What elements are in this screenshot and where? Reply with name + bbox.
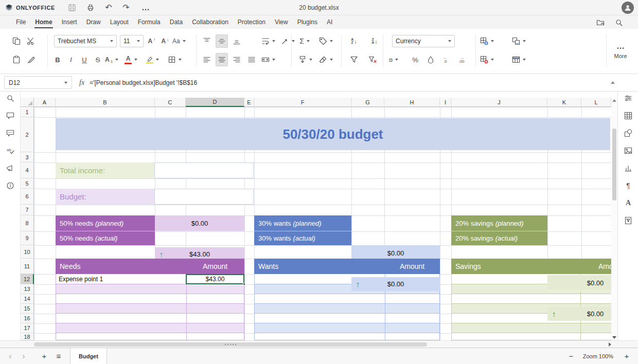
row-header-8[interactable]: 8 — [21, 215, 34, 231]
zoom-out-button[interactable]: − — [565, 348, 577, 364]
insert-cells-button[interactable] — [480, 34, 494, 48]
delete-cells-button[interactable] — [480, 53, 494, 66]
scroll-down-arrow[interactable] — [612, 336, 616, 339]
subscript-superscript-button[interactable]: A1 — [105, 53, 118, 66]
conditional-formatting-button[interactable] — [512, 34, 526, 48]
italic-button[interactable]: I — [65, 53, 77, 66]
menu-tab-protection[interactable]: Protection — [233, 15, 270, 29]
savings-planned-value-cell[interactable]: $0.00 — [547, 275, 611, 291]
row-header-6[interactable]: 6 — [21, 189, 34, 205]
clear-button[interactable] — [319, 53, 333, 66]
menu-tab-plugins[interactable]: Plugins — [293, 15, 322, 29]
redo-button[interactable]: ↷ — [120, 2, 132, 14]
column-header-f[interactable]: F — [254, 98, 351, 107]
total-income-value-cell[interactable] — [154, 162, 254, 178]
column-header-c[interactable]: C — [155, 98, 186, 107]
selected-cell-d12[interactable]: $43.00 — [186, 274, 244, 284]
copy-style-button[interactable] — [25, 53, 37, 66]
increase-font-size-button[interactable]: A↑ — [146, 34, 158, 48]
zoom-level[interactable]: Zoom 100% — [583, 348, 613, 364]
bold-button[interactable]: B — [51, 53, 64, 66]
needs-amount-header[interactable]: Amount — [186, 259, 244, 274]
budget-value-cell[interactable] — [154, 189, 254, 205]
menu-tab-draw[interactable]: Draw — [82, 15, 105, 29]
row-header-7[interactable]: 7 — [21, 205, 34, 215]
wrap-text-button[interactable] — [261, 34, 275, 48]
menu-tab-home[interactable]: Home — [30, 15, 57, 29]
savings-actual-label-cell[interactable]: 20% savings(actual) — [451, 231, 547, 245]
select-all-button[interactable] — [21, 98, 34, 107]
column-header-k[interactable]: K — [547, 98, 581, 107]
accounting-style-button[interactable]: ¤ — [387, 53, 400, 66]
percent-style-button[interactable]: % — [409, 53, 421, 66]
chart-settings-button[interactable] — [623, 162, 634, 174]
align-center-button[interactable] — [216, 53, 228, 66]
column-header-j[interactable]: J — [451, 98, 547, 107]
wants-table-header[interactable]: Wants — [254, 259, 384, 274]
open-file-location-button[interactable] — [595, 17, 606, 28]
savings-table-header[interactable]: Savings — [451, 259, 580, 274]
highlight-color-button[interactable] — [146, 53, 159, 66]
sheet-tab-budget[interactable]: Budget — [70, 348, 107, 364]
wants-table-row-16[interactable] — [254, 314, 440, 323]
wants-table-row-18[interactable] — [254, 333, 440, 340]
vertical-scrollbar-thumb[interactable] — [612, 129, 616, 201]
row-header-2[interactable]: 2 — [21, 117, 34, 152]
column-header-e[interactable]: E — [244, 98, 254, 107]
clear-filter-button[interactable] — [366, 53, 379, 66]
row-header-14[interactable]: 14 — [21, 294, 34, 304]
menu-tab-data[interactable]: Data — [165, 15, 187, 29]
chat-button[interactable] — [5, 128, 16, 139]
format-as-table-button[interactable] — [512, 53, 526, 66]
menu-tab-file[interactable]: File — [11, 15, 30, 29]
row-header-4[interactable]: 4 — [21, 162, 34, 178]
column-header-d[interactable]: D — [186, 98, 244, 107]
savings-table-row-14[interactable] — [451, 294, 611, 304]
column-header-l[interactable]: L — [581, 98, 611, 107]
menu-tab-insert[interactable]: Insert — [57, 15, 82, 29]
previous-sheet-button[interactable]: ‹ — [4, 348, 16, 364]
column-header-i[interactable]: I — [440, 98, 451, 107]
font-name-select[interactable]: Trebuchet MS — [54, 35, 117, 47]
sort-descending-button[interactable]: ZA↓ — [368, 34, 381, 48]
sheet-list-button[interactable]: ≡ — [52, 348, 65, 364]
cut-button[interactable] — [25, 34, 37, 48]
sheet-canvas[interactable]: 50/30/20 budget Total income: Budget: 50… — [34, 107, 611, 340]
spellcheck-button[interactable]: ab — [5, 145, 16, 156]
text-art-settings-button[interactable]: A — [623, 197, 634, 209]
scroll-right-arrow[interactable] — [609, 342, 611, 347]
row-header-3[interactable]: 3 — [21, 152, 34, 162]
total-income-label-cell[interactable]: Total income: — [56, 162, 154, 178]
toolbar-more-button[interactable]: … More — [609, 34, 632, 66]
autosum-button[interactable]: Σ — [298, 34, 311, 48]
comma-style-button[interactable] — [424, 53, 437, 66]
text-orientation-button[interactable] — [281, 34, 295, 48]
search-button[interactable] — [5, 93, 16, 104]
sheet-title-cell[interactable]: 50/30/20 budget — [56, 118, 610, 150]
row-header-18[interactable]: 18 — [21, 333, 34, 340]
table-settings-button[interactable] — [623, 110, 634, 121]
paragraph-settings-button[interactable]: ¶ — [623, 180, 634, 191]
row-header-9[interactable]: 9 — [21, 231, 34, 245]
number-format-select[interactable]: Currency — [392, 35, 455, 47]
wants-actual-label-cell[interactable]: 30% wants(actual) — [254, 231, 351, 245]
comments-button[interactable] — [5, 110, 16, 121]
align-justify-button[interactable] — [245, 53, 258, 66]
shape-settings-button[interactable] — [623, 128, 634, 139]
needs-planned-label-cell[interactable]: 50% needs(planned) — [56, 215, 155, 231]
paste-button[interactable] — [10, 53, 23, 66]
budget-label-cell[interactable]: Budget: — [56, 189, 154, 205]
strikethrough-button[interactable]: S — [92, 53, 104, 66]
decrease-decimal-button[interactable]: ←.0 — [439, 53, 451, 66]
row-header-5[interactable]: 5 — [21, 178, 34, 189]
decrease-font-size-button[interactable]: A↓ — [159, 34, 171, 48]
row-header-10[interactable]: 10 — [21, 245, 34, 259]
search-button-top[interactable] — [613, 17, 625, 28]
next-sheet-button[interactable]: › — [17, 348, 30, 364]
save-button[interactable] — [66, 2, 78, 14]
horizontal-scrollbar-thumb[interactable] — [34, 342, 427, 347]
align-bottom-button[interactable] — [231, 34, 243, 48]
row-header-12[interactable]: 12 — [21, 274, 34, 284]
wants-planned-label-cell[interactable]: 30% wants(planned) — [254, 215, 351, 231]
needs-table-header[interactable]: Needs — [56, 259, 186, 274]
